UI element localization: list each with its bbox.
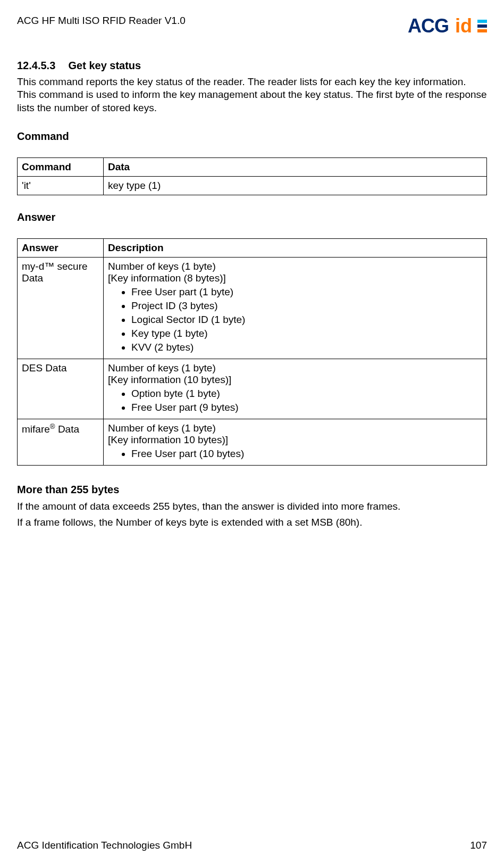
list-item: Free User part (1 byte) — [131, 286, 482, 298]
bullet-list: Free User part (1 byte) Project ID (3 by… — [108, 286, 482, 353]
table-header-row: Command Data — [18, 157, 487, 176]
list-item: Project ID (3 bytes) — [131, 300, 482, 312]
th-description: Description — [104, 238, 487, 257]
logo-letter-a: A — [408, 15, 421, 37]
table-row: my-d™ secure Data Number of keys (1 byte… — [18, 257, 487, 359]
logo: A C G id — [408, 15, 487, 37]
list-item: Free User part (10 bytes) — [131, 448, 482, 460]
answer-table: Answer Description my-d™ secure Data Num… — [17, 238, 487, 466]
answer-tm: ™ — [44, 261, 54, 272]
cell-description: Number of keys (1 byte) [Key information… — [104, 359, 487, 419]
answer-post: Data — [55, 424, 79, 435]
list-item: Option byte (1 byte) — [131, 388, 482, 400]
command-table: Command Data 'it' key type (1) — [17, 157, 487, 195]
section-number: 12.4.5.3 — [17, 60, 55, 71]
bullet-list: Option byte (1 byte) Free User part (9 b… — [108, 388, 482, 413]
command-heading: Command — [17, 130, 487, 143]
list-item: Logical Sector ID (1 byte) — [131, 314, 482, 326]
th-command: Command — [18, 157, 104, 176]
answer-pre: mifare — [22, 424, 50, 435]
cell-answer: DES Data — [18, 359, 104, 419]
section-body: This command reports the key status of t… — [17, 76, 487, 114]
logo-id: id — [455, 15, 472, 37]
bullet-list: Free User part (10 bytes) — [108, 448, 482, 460]
page-header: ACG HF Multi ISO RFID Reader V1.0 A C G … — [17, 15, 487, 37]
cell-answer: mifare® Data — [18, 419, 104, 465]
cell-answer: my-d™ secure Data — [18, 257, 104, 359]
more-heading: More than 255 bytes — [17, 484, 487, 496]
product-title: ACG HF Multi ISO RFID Reader V1.0 — [17, 15, 186, 27]
footer-company: ACG Identification Technologies GmbH — [17, 840, 192, 851]
section-title: Get key status — [68, 60, 141, 71]
list-item: Key type (1 byte) — [131, 328, 482, 339]
cell-data: key type (1) — [104, 176, 487, 195]
logo-letter-c: C — [421, 15, 434, 37]
answer-tm: ® — [50, 422, 55, 430]
table-row: DES Data Number of keys (1 byte) [Key in… — [18, 359, 487, 419]
more-p1: If the amount of data exceeds 255 bytes,… — [17, 500, 487, 513]
list-item: Free User part (9 bytes) — [131, 402, 482, 413]
desc-lines: Number of keys (1 byte) [Key information… — [108, 362, 482, 386]
section-heading: 12.4.5.3 Get key status — [17, 59, 487, 72]
table-header-row: Answer Description — [18, 238, 487, 257]
list-item: KVV (2 bytes) — [131, 342, 482, 353]
page-footer: ACG Identification Technologies GmbH 107 — [17, 840, 487, 851]
th-data: Data — [104, 157, 487, 176]
desc-lines: Number of keys (1 byte) [Key information… — [108, 261, 482, 284]
cell-command: 'it' — [18, 176, 104, 195]
table-row: 'it' key type (1) — [18, 176, 487, 195]
footer-page-number: 107 — [470, 840, 487, 851]
logo-letter-g: G — [434, 15, 449, 37]
table-row: mifare® Data Number of keys (1 byte) [Ke… — [18, 419, 487, 465]
more-p2: If a frame follows, the Number of keys b… — [17, 516, 487, 529]
cell-description: Number of keys (1 byte) [Key information… — [104, 257, 487, 359]
answer-heading: Answer — [17, 211, 487, 223]
desc-lines: Number of keys (1 byte) [Key information… — [108, 422, 482, 446]
logo-bars-icon — [477, 20, 487, 32]
answer-pre: my-d — [22, 261, 44, 272]
logo-acg: A C G — [408, 15, 449, 37]
answer-pre: DES Data — [22, 362, 66, 374]
cell-description: Number of keys (1 byte) [Key information… — [104, 419, 487, 465]
th-answer: Answer — [18, 238, 104, 257]
